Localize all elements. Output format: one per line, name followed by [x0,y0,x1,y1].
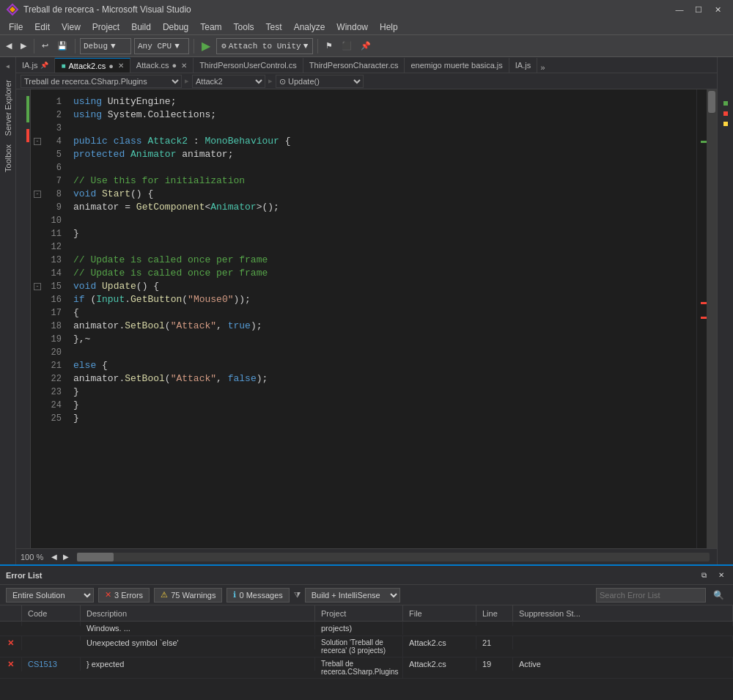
error-line-1: 21 [476,636,513,649]
error-desc-1: Unexpected symbol `else' [81,636,315,649]
col-header-file[interactable]: File [403,605,476,621]
debug-config-dropdown[interactable]: Debug ▼ [80,38,131,54]
breadcrumb-class-dropdown[interactable]: Attack2 [192,75,265,88]
menu-window[interactable]: Window [331,21,374,34]
cl7 [31,174,44,188]
error-desc-2: } expected [81,657,315,671]
attach-to-unity-button[interactable]: ⚙ Attach to Unity ▼ [216,38,313,54]
code-line-11: } [73,227,690,240]
errors-count-label: 3 Errors [114,591,143,600]
scroll-thumb[interactable] [708,91,715,113]
toolbar: ◀ ▶ ↩ 💾 Debug ▼ Any CPU ▼ ▶ ⚙ Attach to … [0,35,733,57]
tab-icon: ■ [61,62,65,70]
tab-close-icon[interactable]: ✕ [181,62,187,70]
menu-build[interactable]: Build [125,21,157,34]
tab-attack2cs[interactable]: ■ Attack2.cs ● ✕ [55,58,130,73]
col-header-project[interactable]: Project [315,605,403,621]
error-panel: Error List ⧉ ✕ Entire Solution ✕ 3 Error… [0,564,733,700]
title-text: Treball de recerca - Microsoft Visual St… [23,4,670,15]
warnings-count-label: 75 Warnings [171,591,216,600]
collapse-buttons: - - - [31,89,44,548]
error-row-1[interactable]: ✕ Unexpected symbol `else' Solution 'Tre… [0,636,733,657]
collapse-update[interactable]: - [31,280,44,293]
menu-project[interactable]: Project [86,21,125,34]
menu-edit[interactable]: Edit [29,21,56,34]
right-indicator-green [723,101,728,106]
tab-overflow-arrow[interactable]: » [537,64,548,73]
editor-wrapper: IA.js 📌 ■ Attack2.cs ● ✕ Attack.cs ● ✕ T… [16,57,717,564]
tab-attackcs[interactable]: Attack.cs ● ✕ [130,58,194,73]
horizontal-scrollbar[interactable] [77,553,710,561]
col-header-desc[interactable]: Description [81,605,315,621]
menu-debug[interactable]: Debug [157,21,194,34]
collapse-class[interactable]: - [31,135,44,148]
close-button[interactable]: ✕ [708,2,727,17]
sidebar-toolbox[interactable]: Toolbox [1,140,15,177]
collapse-start[interactable]: - [31,188,44,201]
tab-close-icon[interactable]: ✕ [118,62,124,70]
toolbar-icon-2[interactable]: ⬛ [339,38,355,54]
forward-button[interactable]: ▶ [18,38,29,54]
error-project-1: Solution 'Treball de recerca' (3 project… [315,636,403,657]
error-panel-float[interactable]: ⧉ [699,567,710,583]
error-panel-header: Error List ⧉ ✕ [0,566,733,585]
attach-dropdown-arrow: ▼ [303,42,309,51]
tab-iajs-pinned[interactable]: IA.js 📌 [16,58,55,73]
toolbar-btn-save[interactable]: 💾 [54,38,70,54]
indicator-error1 [701,302,707,304]
cpu-dropdown[interactable]: Any CPU ▼ [134,38,189,54]
toolbar-separator-4 [317,39,318,54]
menu-team[interactable]: Team [194,21,227,34]
back-button[interactable]: ◀ [3,38,15,54]
tab-enemigo-muerte[interactable]: enemigo muerte basica.js [405,58,509,73]
messages-filter-button[interactable]: ℹ 0 Messages [226,588,289,603]
toolbar-icon-1[interactable]: ⚑ [323,38,336,54]
menu-analyze[interactable]: Analyze [288,21,331,34]
minimize-button[interactable]: — [670,2,689,17]
expand-left-arrow[interactable]: ◀ [6,60,10,73]
menu-file[interactable]: File [3,21,29,34]
play-button[interactable]: ▶ [199,38,213,54]
error-code-1 [22,636,81,641]
toolbar-icon-3[interactable]: 📌 [358,38,374,54]
col-header-check[interactable] [0,605,22,621]
sidebar-server-explorer[interactable]: Server Explorer [1,75,15,140]
code-line-19: },~ [73,333,690,346]
h-scroll-thumb[interactable] [77,553,114,561]
code-line-16: if (Input.GetButton("Mouse0")); [73,293,690,306]
filter-scope-dropdown[interactable]: Entire Solution [6,588,94,603]
search-errors-button[interactable]: 🔍 [710,587,727,603]
menu-tools[interactable]: Tools [228,21,260,34]
warning-icon: ⚠ [161,590,168,600]
title-bar: Treball de recerca - Microsoft Visual St… [0,0,733,19]
code-editor-content[interactable]: using UnityEngine; using System.Collecti… [67,89,696,548]
col-header-line[interactable]: Line [476,605,513,621]
tab-thirdpersoncharacter[interactable]: ThirdPersonCharacter.cs [303,58,405,73]
code-line-1: using UnityEngine; [73,95,690,108]
debug-config-arrow: ▼ [111,42,116,51]
error-panel-close[interactable]: ✕ [715,567,727,583]
warnings-filter-button[interactable]: ⚠ 75 Warnings [154,588,222,603]
unity-icon: ⚙ [221,41,226,51]
col-header-code[interactable]: Code [22,605,81,621]
tab-thirdpersonusercontrol[interactable]: ThirdPersonUserControl.cs [194,58,303,73]
scroll-right-button[interactable]: ▶ [61,551,71,563]
error-row-2[interactable]: ✕ CS1513 } expected Treball de recerca.C… [0,657,733,679]
toolbar-btn-undo[interactable]: ↩ [39,38,51,54]
tab-iajs2[interactable]: IA.js [509,58,537,73]
search-errors-input[interactable] [596,588,706,603]
errors-filter-button[interactable]: ✕ 3 Errors [98,588,150,603]
col-header-suppression[interactable]: Suppression St... [513,605,733,621]
scroll-left-button[interactable]: ◀ [49,551,59,563]
menu-test[interactable]: Test [260,21,288,34]
line-numbers: 12345 678910 1112131415 1617181920 21222… [44,89,67,548]
menu-help[interactable]: Help [374,21,404,34]
error-row-0[interactable]: Windows. ... projects) [0,622,733,636]
menu-view[interactable]: View [56,21,86,34]
intellisense-dropdown[interactable]: Build + IntelliSense [305,588,400,603]
vertical-scrollbar[interactable] [707,89,717,548]
maximize-button[interactable]: ☐ [689,2,708,17]
breadcrumb-project-dropdown[interactable]: Treball de recerca.CSharp.Plugins [21,75,182,88]
breadcrumb-method-dropdown[interactable]: ⊙ Update() [276,75,364,88]
right-sidebar [717,57,733,564]
